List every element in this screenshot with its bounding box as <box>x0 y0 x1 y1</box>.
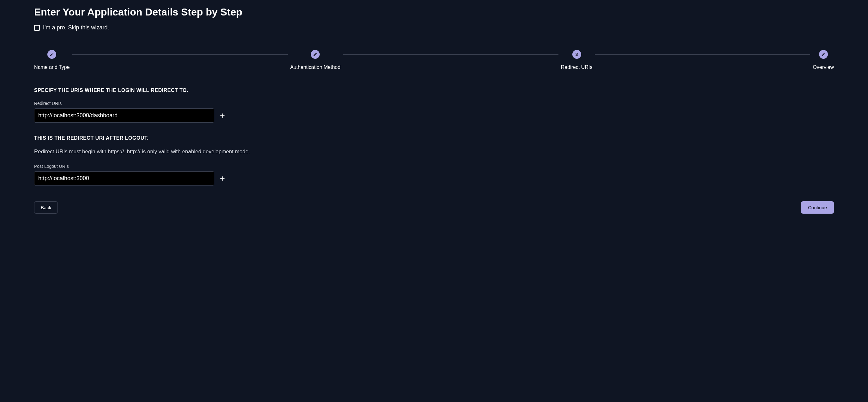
post-logout-uris-label: Post Logout URIs <box>34 164 834 169</box>
step-circle <box>311 50 320 59</box>
redirect-uri-input[interactable] <box>34 108 214 123</box>
step-label: Name and Type <box>34 64 70 70</box>
back-button[interactable]: Back <box>34 201 58 213</box>
continue-button[interactable]: Continue <box>801 201 834 213</box>
redirect-uris-row <box>34 108 834 123</box>
button-row: Back Continue <box>34 201 834 213</box>
step-label: Overview <box>813 64 834 70</box>
step-authentication-method[interactable]: Authentication Method <box>290 50 341 70</box>
step-connector <box>72 54 288 55</box>
redirect-uris-label: Redirect URIs <box>34 101 834 106</box>
post-logout-uris-row <box>34 171 834 185</box>
plus-icon <box>219 113 225 119</box>
pencil-icon <box>50 52 54 57</box>
pencil-icon <box>313 52 317 57</box>
section-redirect-heading: SPECIFY THE URIS WHERE THE LOGIN WILL RE… <box>34 88 834 93</box>
step-connector <box>595 54 810 55</box>
step-number: 3 <box>576 52 578 57</box>
skip-wizard-row: I'm a pro. Skip this wizard. <box>34 24 834 31</box>
skip-wizard-checkbox[interactable] <box>34 25 40 31</box>
step-redirect-uris[interactable]: 3 Redirect URIs <box>561 50 593 70</box>
step-label: Authentication Method <box>290 64 341 70</box>
step-circle <box>48 50 56 59</box>
logout-helper-text: Redirect URIs must begin with https://. … <box>34 148 834 155</box>
post-logout-uri-input[interactable] <box>34 171 214 185</box>
page-title: Enter Your Application Details Step by S… <box>34 6 834 18</box>
skip-wizard-label: I'm a pro. Skip this wizard. <box>43 24 109 31</box>
step-circle <box>819 50 828 59</box>
step-overview[interactable]: Overview <box>813 50 834 70</box>
add-redirect-uri-button[interactable] <box>219 112 226 119</box>
plus-icon <box>219 175 225 182</box>
step-connector <box>343 54 558 55</box>
add-post-logout-uri-button[interactable] <box>219 175 226 182</box>
section-logout-heading: THIS IS THE REDIRECT URI AFTER LOGOUT. <box>34 135 834 141</box>
step-circle: 3 <box>572 50 581 59</box>
step-name-and-type[interactable]: Name and Type <box>34 50 70 70</box>
step-label: Redirect URIs <box>561 64 593 70</box>
pencil-icon <box>821 52 826 57</box>
stepper: Name and Type Authentication Method 3 Re… <box>34 50 834 70</box>
